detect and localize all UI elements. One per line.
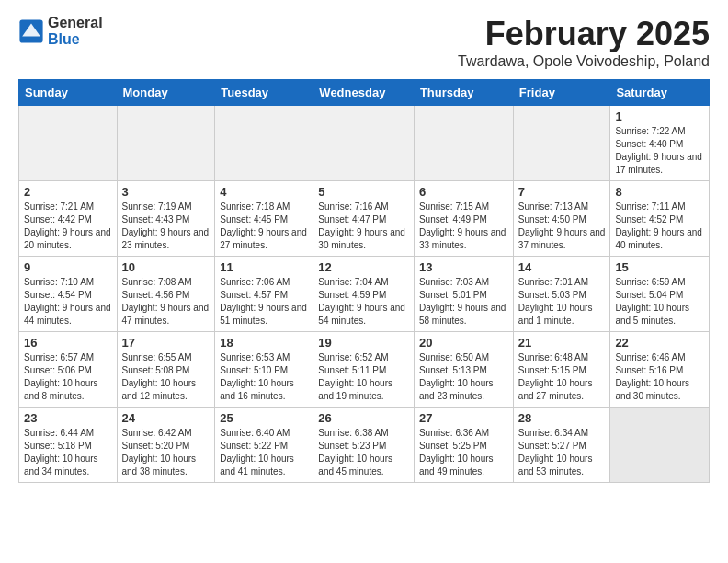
day-number: 5 <box>318 185 409 199</box>
calendar-cell <box>117 106 215 181</box>
day-number: 17 <box>122 336 210 350</box>
calendar-cell: 28Sunrise: 6:34 AM Sunset: 5:27 PM Dayli… <box>513 408 610 483</box>
day-info: Sunrise: 7:04 AM Sunset: 4:59 PM Dayligh… <box>318 276 409 327</box>
day-info: Sunrise: 7:16 AM Sunset: 4:47 PM Dayligh… <box>318 201 409 252</box>
day-number: 2 <box>24 185 112 199</box>
calendar-week-row: 9Sunrise: 7:10 AM Sunset: 4:54 PM Daylig… <box>19 257 710 332</box>
calendar-cell: 21Sunrise: 6:48 AM Sunset: 5:15 PM Dayli… <box>513 332 610 408</box>
weekday-header: Saturday <box>610 80 710 106</box>
logo-icon <box>18 18 44 44</box>
calendar-cell: 7Sunrise: 7:13 AM Sunset: 4:50 PM Daylig… <box>513 181 610 257</box>
day-info: Sunrise: 7:15 AM Sunset: 4:49 PM Dayligh… <box>419 201 508 252</box>
day-number: 8 <box>615 185 704 199</box>
page-header: General Blue February 2025 Twardawa, Opo… <box>18 15 710 70</box>
calendar-cell: 18Sunrise: 6:53 AM Sunset: 5:10 PM Dayli… <box>215 332 313 408</box>
calendar-cell <box>313 106 415 181</box>
day-number: 26 <box>318 411 409 425</box>
weekday-header: Sunday <box>19 80 118 106</box>
calendar-cell: 24Sunrise: 6:42 AM Sunset: 5:20 PM Dayli… <box>117 408 215 483</box>
day-info: Sunrise: 6:34 AM Sunset: 5:27 PM Dayligh… <box>518 427 606 478</box>
day-number: 13 <box>419 260 508 274</box>
day-info: Sunrise: 6:53 AM Sunset: 5:10 PM Dayligh… <box>220 351 308 403</box>
day-info: Sunrise: 7:22 AM Sunset: 4:40 PM Dayligh… <box>615 125 704 177</box>
day-info: Sunrise: 6:38 AM Sunset: 5:23 PM Dayligh… <box>318 427 409 478</box>
day-info: Sunrise: 7:11 AM Sunset: 4:52 PM Dayligh… <box>615 201 704 252</box>
day-info: Sunrise: 6:50 AM Sunset: 5:13 PM Dayligh… <box>419 351 508 403</box>
day-info: Sunrise: 7:10 AM Sunset: 4:54 PM Dayligh… <box>24 276 112 327</box>
day-number: 19 <box>318 336 409 350</box>
calendar-cell: 12Sunrise: 7:04 AM Sunset: 4:59 PM Dayli… <box>313 257 415 332</box>
day-info: Sunrise: 7:01 AM Sunset: 5:03 PM Dayligh… <box>518 276 606 327</box>
calendar-cell: 26Sunrise: 6:38 AM Sunset: 5:23 PM Dayli… <box>313 408 415 483</box>
day-info: Sunrise: 7:13 AM Sunset: 4:50 PM Dayligh… <box>518 201 606 252</box>
day-info: Sunrise: 6:59 AM Sunset: 5:04 PM Dayligh… <box>615 276 704 327</box>
day-number: 27 <box>419 411 508 425</box>
day-info: Sunrise: 6:40 AM Sunset: 5:22 PM Dayligh… <box>220 427 308 478</box>
weekday-header: Friday <box>513 80 610 106</box>
calendar-cell: 2Sunrise: 7:21 AM Sunset: 4:42 PM Daylig… <box>19 181 118 257</box>
day-info: Sunrise: 6:57 AM Sunset: 5:06 PM Dayligh… <box>24 351 112 403</box>
day-info: Sunrise: 6:44 AM Sunset: 5:18 PM Dayligh… <box>24 427 112 478</box>
day-number: 21 <box>518 336 606 350</box>
calendar-cell: 1Sunrise: 7:22 AM Sunset: 4:40 PM Daylig… <box>610 106 710 181</box>
day-number: 10 <box>122 260 210 274</box>
day-number: 1 <box>615 109 704 123</box>
logo-blue-text: Blue <box>48 31 103 48</box>
day-info: Sunrise: 7:08 AM Sunset: 4:56 PM Dayligh… <box>122 276 210 327</box>
calendar-cell: 8Sunrise: 7:11 AM Sunset: 4:52 PM Daylig… <box>610 181 710 257</box>
title-area: February 2025 Twardawa, Opole Voivodeshi… <box>458 15 710 70</box>
day-number: 16 <box>24 336 112 350</box>
day-info: Sunrise: 6:36 AM Sunset: 5:25 PM Dayligh… <box>419 427 508 478</box>
day-info: Sunrise: 7:21 AM Sunset: 4:42 PM Dayligh… <box>24 201 112 252</box>
day-number: 28 <box>518 411 606 425</box>
calendar-cell <box>414 106 513 181</box>
day-number: 15 <box>615 260 704 274</box>
calendar-cell <box>215 106 313 181</box>
calendar-cell: 6Sunrise: 7:15 AM Sunset: 4:49 PM Daylig… <box>414 181 513 257</box>
calendar-week-row: 2Sunrise: 7:21 AM Sunset: 4:42 PM Daylig… <box>19 181 710 257</box>
calendar-week-row: 23Sunrise: 6:44 AM Sunset: 5:18 PM Dayli… <box>19 408 710 483</box>
calendar-week-row: 1Sunrise: 7:22 AM Sunset: 4:40 PM Daylig… <box>19 106 710 181</box>
day-info: Sunrise: 7:03 AM Sunset: 5:01 PM Dayligh… <box>419 276 508 327</box>
calendar-cell: 11Sunrise: 7:06 AM Sunset: 4:57 PM Dayli… <box>215 257 313 332</box>
calendar-cell: 4Sunrise: 7:18 AM Sunset: 4:45 PM Daylig… <box>215 181 313 257</box>
calendar-cell: 17Sunrise: 6:55 AM Sunset: 5:08 PM Dayli… <box>117 332 215 408</box>
day-info: Sunrise: 6:52 AM Sunset: 5:11 PM Dayligh… <box>318 351 409 403</box>
day-number: 7 <box>518 185 606 199</box>
day-number: 25 <box>220 411 308 425</box>
calendar-cell: 3Sunrise: 7:19 AM Sunset: 4:43 PM Daylig… <box>117 181 215 257</box>
calendar-cell: 19Sunrise: 6:52 AM Sunset: 5:11 PM Dayli… <box>313 332 415 408</box>
day-number: 6 <box>419 185 508 199</box>
day-info: Sunrise: 6:55 AM Sunset: 5:08 PM Dayligh… <box>122 351 210 403</box>
day-number: 22 <box>615 336 704 350</box>
logo-text: General Blue <box>48 15 103 47</box>
day-number: 3 <box>122 185 210 199</box>
calendar-cell <box>513 106 610 181</box>
weekday-header: Monday <box>117 80 215 106</box>
calendar-header-row: SundayMondayTuesdayWednesdayThursdayFrid… <box>19 80 710 106</box>
calendar-cell: 16Sunrise: 6:57 AM Sunset: 5:06 PM Dayli… <box>19 332 118 408</box>
calendar-cell: 10Sunrise: 7:08 AM Sunset: 4:56 PM Dayli… <box>117 257 215 332</box>
calendar-week-row: 16Sunrise: 6:57 AM Sunset: 5:06 PM Dayli… <box>19 332 710 408</box>
day-info: Sunrise: 6:48 AM Sunset: 5:15 PM Dayligh… <box>518 351 606 403</box>
calendar-cell <box>610 408 710 483</box>
weekday-header: Wednesday <box>313 80 415 106</box>
calendar-cell: 13Sunrise: 7:03 AM Sunset: 5:01 PM Dayli… <box>414 257 513 332</box>
calendar-cell: 25Sunrise: 6:40 AM Sunset: 5:22 PM Dayli… <box>215 408 313 483</box>
day-info: Sunrise: 7:06 AM Sunset: 4:57 PM Dayligh… <box>220 276 308 327</box>
location-title: Twardawa, Opole Voivodeship, Poland <box>458 53 710 70</box>
day-number: 4 <box>220 185 308 199</box>
day-info: Sunrise: 6:42 AM Sunset: 5:20 PM Dayligh… <box>122 427 210 478</box>
day-info: Sunrise: 6:46 AM Sunset: 5:16 PM Dayligh… <box>615 351 704 403</box>
calendar-table: SundayMondayTuesdayWednesdayThursdayFrid… <box>18 79 710 483</box>
day-info: Sunrise: 7:19 AM Sunset: 4:43 PM Dayligh… <box>122 201 210 252</box>
calendar-cell: 27Sunrise: 6:36 AM Sunset: 5:25 PM Dayli… <box>414 408 513 483</box>
day-number: 9 <box>24 260 112 274</box>
calendar-cell: 5Sunrise: 7:16 AM Sunset: 4:47 PM Daylig… <box>313 181 415 257</box>
day-number: 23 <box>24 411 112 425</box>
calendar-cell: 23Sunrise: 6:44 AM Sunset: 5:18 PM Dayli… <box>19 408 118 483</box>
day-number: 11 <box>220 260 308 274</box>
day-number: 18 <box>220 336 308 350</box>
month-title: February 2025 <box>458 15 710 53</box>
day-number: 14 <box>518 260 606 274</box>
